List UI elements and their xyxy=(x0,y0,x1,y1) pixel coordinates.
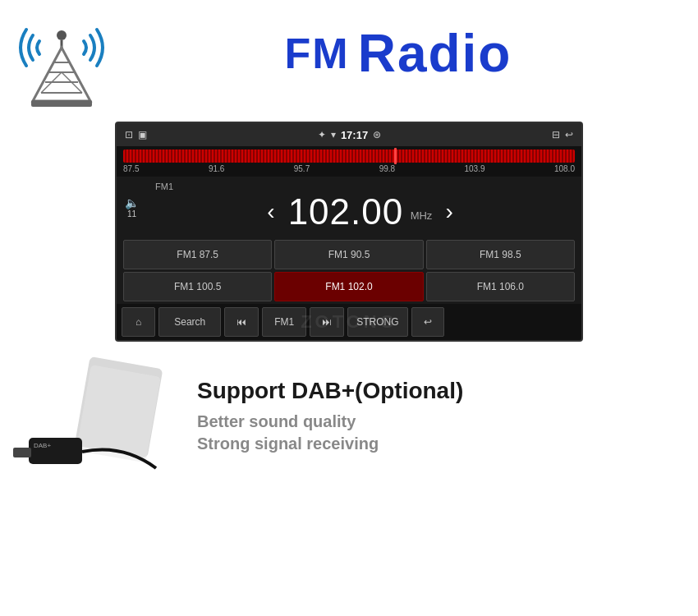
status-left: ⊡ ▣ xyxy=(125,129,147,140)
preset-btn-5[interactable]: FM1 106.0 xyxy=(426,272,575,301)
preset-btn-0[interactable]: FM1 87.5 xyxy=(123,240,272,269)
volume-control: 🔈 11 xyxy=(125,196,139,218)
bottom-controls: ⌂ Search ⏮ FM1 ⏭ STRONG ↩ ZOTONG xyxy=(117,304,581,340)
fm-label: FM xyxy=(285,29,350,78)
freq-marker xyxy=(394,148,397,164)
strong-button[interactable]: STRONG xyxy=(347,307,407,337)
freq-labels: 87.5 91.6 95.7 99.8 103.9 108.0 xyxy=(123,163,575,175)
svg-rect-11 xyxy=(31,100,92,107)
preset-btn-2[interactable]: FM1 98.5 xyxy=(426,240,575,269)
status-bar: ⊡ ▣ ✦ ▾ 17:17 ⊛ ⊟ ↩ xyxy=(117,123,581,146)
prev-button[interactable]: ⏮ xyxy=(224,307,259,337)
freq-label-1080: 108.0 xyxy=(554,164,575,173)
frequency-number: 102.00 xyxy=(288,191,404,232)
presets-grid: FM1 87.5 FM1 90.5 FM1 98.5 FM1 100.5 FM1… xyxy=(117,237,581,304)
dab-title: Support DAB+(Optional) xyxy=(197,378,673,404)
back-icon: ↩ xyxy=(424,316,432,328)
fm1-ctrl-label: FM1 xyxy=(274,316,294,328)
home-status-icon: ⊡ xyxy=(125,129,133,140)
strong-label: STRONG xyxy=(356,316,398,328)
volume-icon: 🔈 xyxy=(125,196,139,209)
menu-status-icon: ▣ xyxy=(138,129,147,140)
freq-label-916: 91.6 xyxy=(209,164,224,173)
radio-screen: ⊡ ▣ ✦ ▾ 17:17 ⊛ ⊟ ↩ 87.5 91.6 95.7 xyxy=(115,122,583,342)
freq-bar-container: 87.5 91.6 95.7 99.8 103.9 108.0 xyxy=(117,146,581,177)
search-button[interactable]: Search xyxy=(158,307,221,337)
dab-subtitle2: Strong signal receiving xyxy=(197,434,673,453)
status-time: 17:17 xyxy=(341,129,368,141)
tower-icon xyxy=(16,15,115,113)
cable-svg xyxy=(25,427,172,476)
prev-icon: ⏮ xyxy=(236,316,246,328)
screen-wrapper: ⊡ ▣ ✦ ▾ 17:17 ⊛ ⊟ ↩ 87.5 91.6 95.7 xyxy=(0,122,698,350)
expand-icon: ⊛ xyxy=(373,129,381,140)
next-icon: ⏭ xyxy=(322,316,332,328)
station-display: FM1 ‹ 102.00 MHz › xyxy=(147,182,573,232)
fm1-button[interactable]: FM1 xyxy=(262,307,306,337)
next-button[interactable]: ⏭ xyxy=(310,307,344,337)
top-section: FM Radio xyxy=(0,0,698,122)
dab-subtitle1: Better sound quality xyxy=(197,412,673,431)
dab-device-image: DAB+ xyxy=(25,361,172,476)
signal-icon: ▾ xyxy=(331,129,336,140)
home-button[interactable]: ⌂ xyxy=(122,307,155,337)
fm-radio-title: FM Radio xyxy=(115,15,682,84)
mhz-label: MHz xyxy=(411,209,433,222)
back-button[interactable]: ↩ xyxy=(411,307,444,337)
fm1-label: FM1 xyxy=(155,182,573,191)
freq-label-875: 87.5 xyxy=(123,164,139,173)
frequency-display: ‹ 102.00 MHz › xyxy=(147,191,573,232)
freq-prev-arrow[interactable]: ‹ xyxy=(267,199,274,225)
preset-btn-4[interactable]: FM1 102.0 xyxy=(274,272,423,301)
freq-label-957: 95.7 xyxy=(294,164,310,173)
home-icon: ⌂ xyxy=(135,316,141,328)
status-right: ⊟ ↩ xyxy=(552,129,573,140)
freq-next-arrow[interactable]: › xyxy=(445,199,452,225)
bt-icon: ✦ xyxy=(318,129,326,140)
freq-label-998: 99.8 xyxy=(379,164,395,173)
freq-label-1039: 103.9 xyxy=(465,164,485,173)
window-icon: ⊟ xyxy=(552,129,560,140)
dab-text: Support DAB+(Optional) Better sound qual… xyxy=(172,361,673,457)
radio-label: Radio xyxy=(358,23,512,84)
preset-btn-1[interactable]: FM1 90.5 xyxy=(274,240,423,269)
frequency-bar xyxy=(123,149,575,163)
back-status-icon: ↩ xyxy=(565,129,573,140)
volume-number: 11 xyxy=(127,209,136,218)
search-label: Search xyxy=(174,316,205,328)
svg-point-0 xyxy=(57,30,67,40)
station-area: 🔈 11 FM1 ‹ 102.00 MHz › xyxy=(117,177,581,237)
preset-btn-3[interactable]: FM1 100.5 xyxy=(123,272,272,301)
bottom-section: DAB+ Support DAB+(Optional) Better sound… xyxy=(0,350,698,485)
